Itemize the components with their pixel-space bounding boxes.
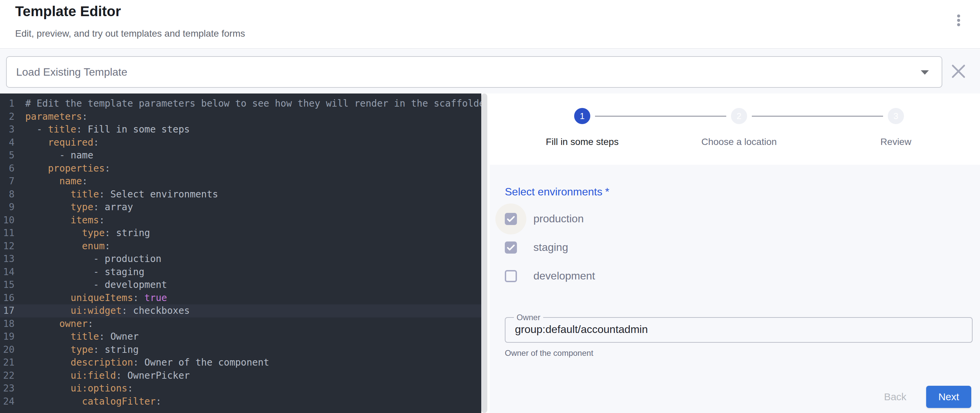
line-content: - name <box>14 149 93 162</box>
page-title: Template Editor <box>15 3 121 19</box>
code-editor[interactable]: 1# Edit the template parameters below to… <box>0 94 481 413</box>
step-label-3: Review <box>829 137 963 147</box>
checkbox-label: staging <box>533 241 568 254</box>
code-line[interactable]: 17 ui:widget: checkboxes <box>0 304 481 318</box>
more-vert-icon <box>957 14 960 17</box>
page-header: Template Editor Edit, preview, and try o… <box>0 0 980 49</box>
line-number: 8 <box>0 188 14 201</box>
line-number: 2 <box>0 110 14 124</box>
checkbox-checked-production[interactable] <box>505 213 517 225</box>
environment-option-production[interactable]: production <box>505 205 595 233</box>
code-line[interactable]: 5 - name <box>0 149 481 162</box>
step-indicator-2: 2 <box>731 108 747 124</box>
code-line[interactable]: 4 required: <box>0 136 481 149</box>
checkbox-label: development <box>533 270 595 282</box>
line-number: 21 <box>0 356 14 369</box>
code-line[interactable]: 10 items: <box>0 214 481 227</box>
code-line[interactable]: 23 ui:options: <box>0 382 481 395</box>
line-content: catalogFilter: <box>14 395 162 408</box>
line-content: items: <box>14 214 105 227</box>
line-number: 1 <box>0 97 14 110</box>
line-content: enum: <box>14 240 110 253</box>
code-line[interactable]: 18 owner: <box>0 318 481 330</box>
chevron-down-icon <box>921 70 929 75</box>
load-template-label: Load Existing Template <box>16 66 127 78</box>
step-indicator-1: 1 <box>574 108 590 124</box>
line-content: title: Select environments <box>14 188 218 201</box>
owner-field-value: group:default/accountadmin <box>515 323 648 336</box>
code-line[interactable]: 7 name: <box>0 175 481 188</box>
line-content: uniqueItems: true <box>14 292 167 305</box>
line-number: 5 <box>0 149 14 162</box>
line-content: description: Owner of the component <box>14 356 269 369</box>
code-line[interactable]: 12 enum: <box>0 240 481 253</box>
code-line[interactable]: 9 type: array <box>0 201 481 214</box>
line-number: 10 <box>0 214 14 227</box>
template-editor-page: Template Editor Edit, preview, and try o… <box>0 0 980 413</box>
line-number: 7 <box>0 175 14 188</box>
code-line[interactable]: 11 type: string <box>0 227 481 240</box>
line-content: ui:field: OwnerPicker <box>14 369 190 383</box>
line-content: - staging <box>14 266 145 279</box>
line-content: type: string <box>14 343 138 356</box>
code-line[interactable]: 19 title: Owner <box>0 330 481 343</box>
line-content: - development <box>14 278 167 292</box>
more-options-button[interactable] <box>950 11 967 29</box>
line-content: required: <box>14 136 99 149</box>
line-content: name: <box>14 175 88 188</box>
line-number: 18 <box>0 318 14 330</box>
line-content: type: string <box>14 227 150 240</box>
code-line[interactable]: 24 catalogFilter: <box>0 395 481 408</box>
line-number: 3 <box>0 123 14 136</box>
line-content: title: Owner <box>14 330 138 343</box>
code-line[interactable]: 13 - production <box>0 253 481 266</box>
checkbox-checked-staging[interactable] <box>505 241 517 254</box>
line-number: 6 <box>0 162 14 175</box>
line-content: ui:options: <box>14 382 133 395</box>
required-asterisk: * <box>605 186 609 198</box>
code-line[interactable]: 3 - title: Fill in some steps <box>0 123 481 136</box>
step-connector <box>752 116 883 117</box>
back-button[interactable]: Back <box>875 386 915 408</box>
split-pane-divider[interactable] <box>481 94 487 413</box>
step-connector <box>595 116 726 117</box>
code-line[interactable]: 8 title: Select environments <box>0 188 481 201</box>
load-template-toolbar: Load Existing Template <box>0 50 980 94</box>
owner-field-label: Owner <box>514 313 543 322</box>
close-template-button[interactable] <box>950 63 967 79</box>
environments-label-text: Select environments <box>505 186 602 198</box>
code-editor-lines: 1# Edit the template parameters below to… <box>0 94 481 408</box>
line-content: parameters: <box>14 110 88 124</box>
code-line[interactable]: 6 properties: <box>0 162 481 175</box>
environment-option-staging[interactable]: staging <box>505 233 595 262</box>
line-number: 19 <box>0 330 14 343</box>
line-number: 24 <box>0 395 14 408</box>
line-number: 15 <box>0 278 14 292</box>
line-number: 17 <box>0 304 14 318</box>
line-content: properties: <box>14 162 110 175</box>
step-indicator-3: 3 <box>888 108 904 124</box>
code-line[interactable]: 22 ui:field: OwnerPicker <box>0 369 481 383</box>
code-line[interactable]: 21 description: Owner of the component <box>0 356 481 369</box>
code-line[interactable]: 1# Edit the template parameters below to… <box>0 97 481 110</box>
code-line[interactable]: 16 uniqueItems: true <box>0 292 481 305</box>
code-line[interactable]: 20 type: string <box>0 343 481 356</box>
line-number: 4 <box>0 136 14 149</box>
line-number: 12 <box>0 240 14 253</box>
line-number: 16 <box>0 292 14 305</box>
line-number: 11 <box>0 227 14 240</box>
more-vert-icon <box>957 23 960 26</box>
code-line[interactable]: 15 - development <box>0 278 481 292</box>
line-content: - production <box>14 253 162 266</box>
line-content: - title: Fill in some steps <box>14 123 190 136</box>
environment-option-development[interactable]: development <box>505 262 595 290</box>
step-form-panel: Select environments* productionstagingde… <box>490 165 980 413</box>
step-label-1: Fill in some steps <box>515 137 649 147</box>
load-template-select[interactable]: Load Existing Template <box>6 56 942 88</box>
checkbox-unchecked-development[interactable] <box>505 270 517 282</box>
code-line[interactable]: 14 - staging <box>0 266 481 279</box>
page-subtitle: Edit, preview, and try out templates and… <box>15 28 245 39</box>
line-number: 9 <box>0 201 14 214</box>
next-button[interactable]: Next <box>926 386 971 408</box>
code-line[interactable]: 2parameters: <box>0 110 481 124</box>
